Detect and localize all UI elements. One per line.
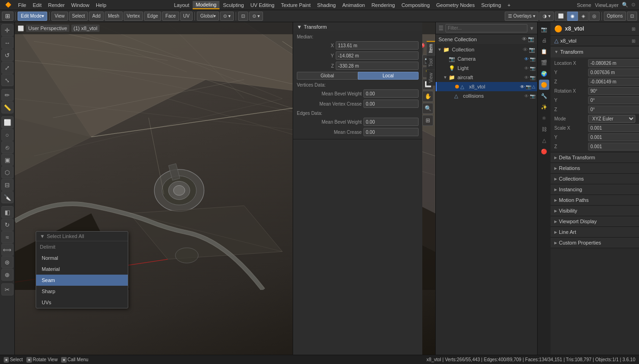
- loc-x-input[interactable]: [588, 59, 639, 67]
- eye-icon[interactable]: 👁: [523, 47, 528, 53]
- scale-y-input[interactable]: [588, 133, 639, 141]
- scale-tool[interactable]: ⤢: [1, 62, 13, 74]
- snap-toggle[interactable]: ⊡: [238, 12, 248, 21]
- local-btn[interactable]: Local: [358, 72, 419, 80]
- rotate-tool[interactable]: ↺: [1, 49, 13, 61]
- y-input[interactable]: [336, 51, 419, 60]
- blender-logo[interactable]: 🔶: [2, 1, 15, 9]
- ws-texture-paint[interactable]: Texture Paint: [278, 1, 314, 9]
- eye-icon[interactable]: 👁: [520, 84, 525, 89]
- uv-menu[interactable]: UV: [180, 12, 193, 21]
- collections-header[interactable]: ▶ Collections: [551, 174, 639, 184]
- eye-icon[interactable]: 👁: [522, 36, 527, 42]
- poly-build-tool[interactable]: ◧: [1, 206, 13, 218]
- rot-x-input[interactable]: [588, 87, 639, 95]
- shading-toggle[interactable]: ◑ ▾: [539, 12, 554, 21]
- menu-window[interactable]: Window: [68, 1, 93, 9]
- mean-bevel-e-input[interactable]: [363, 118, 419, 126]
- render-cam-icon[interactable]: 📷: [526, 84, 531, 89]
- ol-collection[interactable]: ▼ 📁 Collection 👁 📷: [436, 45, 537, 54]
- vertex-menu[interactable]: Vertex: [124, 12, 143, 21]
- ws-compositing[interactable]: Compositing: [398, 1, 433, 9]
- mode-selector[interactable]: Edit Mode ▾: [18, 12, 47, 21]
- instancing-header[interactable]: ▶ Instancing: [551, 184, 639, 195]
- eye-icon[interactable]: 👁: [524, 66, 529, 71]
- n-tab-view[interactable]: View: [426, 70, 435, 86]
- expand-arrow[interactable]: ▶: [449, 94, 454, 98]
- add-menu[interactable]: Add: [89, 12, 104, 21]
- visibility-header[interactable]: ▶ Visibility: [551, 206, 639, 216]
- wire-mode[interactable]: ⬜: [555, 12, 567, 21]
- menu-help[interactable]: Help: [93, 1, 110, 9]
- move-tool[interactable]: ↔: [1, 37, 13, 49]
- render-cam-icon[interactable]: 📷: [530, 66, 535, 71]
- prop-tab-scene[interactable]: 🎬: [539, 57, 549, 68]
- ol-x8vtol[interactable]: ▶ △ x8_vtol 👁 📷 △: [436, 82, 537, 91]
- n-tab-item[interactable]: Item: [426, 41, 435, 56]
- mode-select[interactable]: XYZ Euler: [588, 115, 635, 123]
- ws-sculpting[interactable]: Sculpting: [219, 1, 247, 9]
- ws-uv-editing[interactable]: UV Editing: [247, 1, 278, 9]
- prop-tab-constraints[interactable]: ⛓: [539, 124, 549, 134]
- scale-x-input[interactable]: [588, 124, 639, 132]
- filter-icon[interactable]: ▼: [529, 25, 534, 31]
- ol-light[interactable]: ▶ 💡 Light 👁 📷: [436, 63, 537, 73]
- render-cam-icon[interactable]: 📷: [530, 75, 535, 80]
- ws-animation[interactable]: Animation: [339, 1, 368, 9]
- search-icon[interactable]: 🔍: [620, 2, 630, 8]
- outliner-search-input[interactable]: [445, 24, 527, 32]
- ws-layout[interactable]: Layout: [171, 1, 193, 9]
- push-pull[interactable]: ⊕: [1, 269, 13, 281]
- ws-add[interactable]: +: [504, 1, 514, 9]
- ws-scripting[interactable]: Scripting: [478, 1, 504, 9]
- viewport-display-header[interactable]: ▶ Viewport Display: [551, 216, 639, 226]
- prop-tab-output[interactable]: 🖨: [539, 35, 549, 45]
- proportional-edit[interactable]: ⊙ ▾: [249, 12, 263, 21]
- editor-type-btn[interactable]: ⊞: [2, 12, 13, 21]
- measure-tool[interactable]: 📏: [1, 101, 13, 113]
- inset-tool[interactable]: ▣: [1, 154, 13, 166]
- viewport-grid-btn[interactable]: ⊞: [422, 115, 433, 126]
- transform-tool[interactable]: ⤡: [1, 74, 13, 86]
- dropdown-normal[interactable]: Normal: [36, 252, 128, 264]
- mesh-menu[interactable]: Mesh: [105, 12, 122, 21]
- transform-space[interactable]: Global ▾: [197, 12, 219, 21]
- prop-tab-world[interactable]: 🌍: [539, 69, 549, 79]
- viewport-hand-btn[interactable]: ✋: [422, 91, 433, 102]
- cursor-tool[interactable]: ✛: [1, 24, 13, 36]
- prop-tab-view-layer[interactable]: 📋: [539, 46, 549, 56]
- dropdown-sharp[interactable]: Sharp: [36, 286, 128, 297]
- transform-section-header[interactable]: ▼ Transform: [551, 46, 639, 57]
- shrink-fatten[interactable]: ⊛: [1, 256, 13, 268]
- viewport-zoom-btn[interactable]: 🔍: [422, 103, 433, 114]
- rot-z-input[interactable]: [588, 106, 639, 113]
- ol-collisions[interactable]: ▶ △ collisions 👁 📷: [436, 91, 537, 100]
- prop-tab-object[interactable]: 🟠: [539, 80, 549, 90]
- menu-edit[interactable]: Edit: [30, 1, 45, 9]
- expand-arrow[interactable]: ▼: [438, 47, 443, 52]
- custom-properties-header[interactable]: ▶ Custom Properties: [551, 238, 639, 248]
- select-box[interactable]: ⬜: [1, 116, 13, 128]
- prop-tab-physics[interactable]: ⚛: [539, 113, 549, 123]
- loc-y-input[interactable]: [588, 69, 639, 76]
- gizmo-btn[interactable]: ⊡: [627, 12, 637, 21]
- menu-render[interactable]: Render: [45, 1, 68, 9]
- view-menu[interactable]: View: [51, 12, 68, 21]
- prop-tab-object-data[interactable]: △: [539, 135, 549, 145]
- overlay-toggle[interactable]: ☰ Overlays ▾: [505, 12, 539, 21]
- dropdown-uvs[interactable]: UVs: [36, 297, 128, 308]
- line-art-header[interactable]: ▶ Line Art: [551, 227, 639, 237]
- ws-rendering[interactable]: Rendering: [368, 1, 398, 9]
- ol-camera[interactable]: ▶ 📷 Camera 👁 📷: [436, 54, 537, 63]
- data-icon[interactable]: △: [532, 84, 535, 89]
- menu-file[interactable]: File: [15, 1, 30, 9]
- face-menu[interactable]: Face: [162, 12, 179, 21]
- object-link-icon[interactable]: ⊞: [632, 26, 635, 31]
- select-menu[interactable]: Select: [69, 12, 88, 21]
- x-input[interactable]: [336, 41, 419, 50]
- expand-arrow[interactable]: ▼: [443, 75, 449, 80]
- n-tab-tool[interactable]: Tool: [426, 56, 435, 69]
- ws-modeling[interactable]: Modeling: [193, 1, 220, 9]
- ol-aircraft[interactable]: ▼ 📁 aircraft 👁 📷: [436, 73, 537, 82]
- rot-y-input[interactable]: [588, 96, 639, 104]
